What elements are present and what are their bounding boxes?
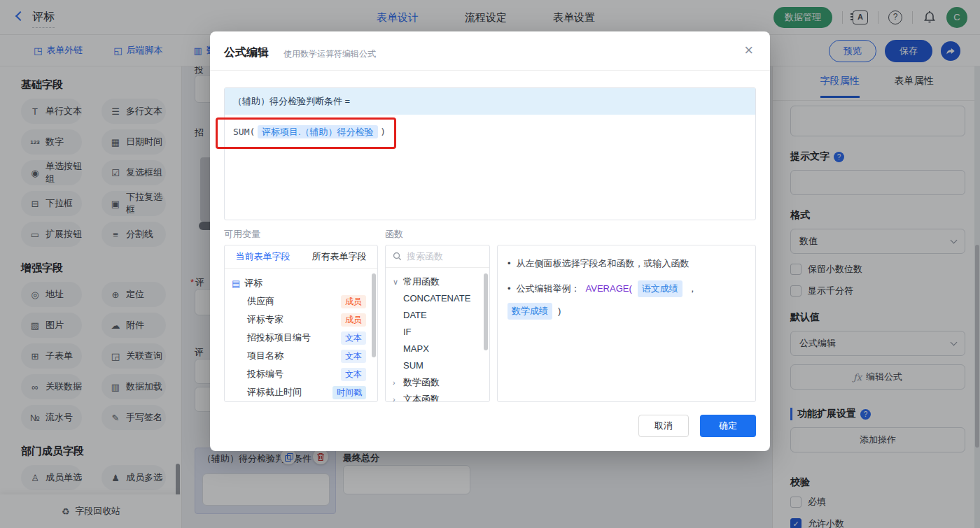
function-item[interactable]: MAPX [393, 341, 489, 357]
example-function: AVERAGE( [586, 282, 632, 296]
formula-target: （辅助）得分检验判断条件 = [225, 88, 755, 115]
field-type-badge: 文本 [341, 350, 366, 363]
variable-row[interactable]: 评标专家成员 [232, 311, 373, 329]
functions-label: 函数 [385, 228, 403, 241]
variable-row[interactable]: 供应商成员 [232, 292, 373, 311]
function-group-math[interactable]: ›数学函数 [393, 374, 489, 391]
formula-edit-modal: 公式编辑 使用数学运算符编辑公式 × （辅助）得分检验判断条件 = SUM( 评… [210, 31, 770, 451]
tab-current-form-fields[interactable]: 当前表单字段 [236, 250, 290, 263]
function-item[interactable]: IF [393, 324, 489, 341]
help-tip-1: 从左侧面板选择字段名和函数，或输入函数 [517, 257, 690, 271]
bullet: • [507, 257, 511, 271]
variables-scrollbar[interactable] [372, 273, 376, 357]
group-label: 文本函数 [403, 393, 440, 402]
function-group-common[interactable]: ∨常用函数 [393, 273, 489, 290]
function-group-text[interactable]: ›文本函数 [393, 391, 489, 402]
example-close-paren: ) [558, 304, 561, 318]
chevron-right-icon: › [393, 378, 399, 387]
variable-root[interactable]: ▤评标 [232, 274, 373, 292]
function-item[interactable]: DATE [393, 307, 489, 324]
variable-name: 招投标项目编号 [247, 331, 311, 344]
field-type-badge: 成员 [341, 313, 366, 327]
variable-row[interactable]: 招投标项目编号文本 [232, 329, 373, 347]
field-type-badge: 文本 [341, 331, 366, 345]
function-search[interactable] [386, 245, 489, 268]
example-chip-1: 语文成绩 [638, 280, 682, 297]
field-type-badge: 文本 [341, 368, 366, 381]
group-label: 常用函数 [403, 276, 440, 288]
variable-name: 项目名称 [247, 350, 284, 362]
formula-close-paren: ) [380, 127, 386, 137]
modal-title: 公式编辑 [224, 45, 269, 60]
formula-editor[interactable]: （辅助）得分检验判断条件 = SUM( 评标项目.（辅助）得分检验 ) [224, 87, 756, 220]
document-icon: ▤ [232, 278, 240, 289]
group-label: 数学函数 [403, 376, 440, 389]
modal-subtitle: 使用数学运算符编辑公式 [284, 48, 376, 60]
functions-scrollbar[interactable] [484, 273, 488, 350]
chevron-right-icon: › [393, 395, 399, 402]
example-chip-2: 数学成绩 [507, 303, 552, 320]
formula-function: SUM( [233, 127, 255, 137]
field-type-badge: 成员 [341, 295, 366, 308]
variable-name: 评标专家 [247, 313, 284, 326]
functions-panel: ∨常用函数 CONCATENATE DATE IF MAPX SUM ›数学函数… [385, 245, 490, 402]
field-type-badge: 时间戳 [332, 386, 366, 399]
variable-row[interactable]: 投标编号文本 [232, 365, 373, 383]
variables-label: 可用变量 [224, 228, 260, 241]
formula-help-panel: •从左侧面板选择字段名和函数，或输入函数 • 公式编辑举例： AVERAGE( … [497, 245, 756, 402]
tab-all-form-fields[interactable]: 所有表单字段 [312, 250, 367, 263]
search-icon [393, 252, 402, 261]
variable-name: 供应商 [247, 295, 274, 308]
example-comma: ， [688, 282, 697, 296]
chevron-down-icon: ∨ [393, 278, 399, 287]
function-search-input[interactable] [407, 251, 477, 262]
variable-row[interactable]: 项目名称文本 [232, 347, 373, 365]
function-item[interactable]: SUM [393, 357, 489, 374]
variables-panel: 当前表单字段 所有表单字段 ▤评标 供应商成员 评标专家成员 招投标项目编号文本… [224, 245, 378, 402]
variable-name: 投标编号 [247, 368, 284, 380]
variable-root-label: 评标 [244, 277, 262, 290]
bullet: • [507, 282, 511, 296]
divider [210, 70, 770, 71]
help-tip-2-prefix: 公式编辑举例： [517, 282, 580, 296]
formula-variable-chip[interactable]: 评标项目.（辅助）得分检验 [258, 125, 378, 138]
function-item[interactable]: CONCATENATE [393, 290, 489, 307]
variable-name: 评标截止时间 [247, 386, 302, 399]
variable-row[interactable]: 评标截止时间时间戳 [232, 383, 373, 401]
close-icon[interactable]: × [744, 41, 753, 59]
formula-expression[interactable]: SUM( 评标项目.（辅助）得分检验 ) [225, 115, 755, 150]
confirm-button[interactable]: 确定 [700, 415, 756, 437]
cancel-button[interactable]: 取消 [638, 415, 689, 437]
